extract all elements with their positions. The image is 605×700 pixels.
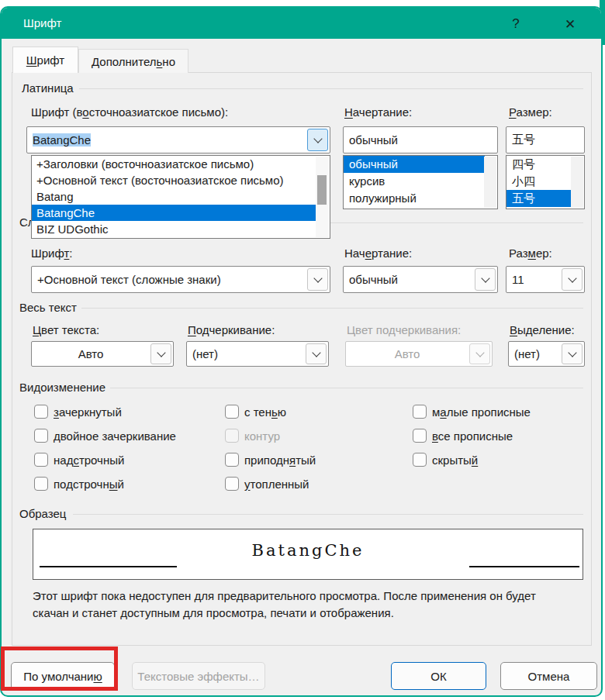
font-preview-box: BatangChe bbox=[33, 529, 583, 580]
size-listbox: 四号 小四 五号 bbox=[506, 155, 585, 209]
annotation-highlight-box bbox=[1, 647, 118, 691]
chevron-down-icon bbox=[313, 134, 322, 143]
checkbox-hidden-label[interactable]: скрытый bbox=[432, 453, 478, 467]
checkbox-all-caps[interactable] bbox=[413, 429, 427, 443]
font-color-combobox[interactable]: Авто bbox=[31, 341, 174, 367]
highlight-value: (нет) bbox=[514, 342, 540, 366]
effects-group-title: Видоизменение bbox=[19, 381, 105, 394]
underline-color-value: Авто bbox=[346, 342, 468, 366]
close-icon: ✕ bbox=[565, 16, 576, 33]
checkbox-shadow[interactable] bbox=[225, 405, 239, 419]
checkbox-small-caps-label[interactable]: малые прописные bbox=[432, 405, 531, 419]
size-value: 五号 bbox=[512, 127, 535, 153]
font-option[interactable]: +Основной текст (восточноазиатское письм… bbox=[32, 172, 316, 188]
preview-right-rule bbox=[469, 566, 579, 567]
cs-size-combobox[interactable]: 11 bbox=[506, 266, 585, 293]
chevron-down-icon bbox=[481, 274, 489, 282]
cancel-label: Отмена bbox=[528, 670, 570, 683]
cancel-button[interactable]: Отмена bbox=[500, 662, 597, 690]
checkbox-engrave-label[interactable]: утопленный bbox=[244, 478, 309, 491]
style-option[interactable]: обычный bbox=[344, 156, 485, 173]
checkbox-engrave[interactable] bbox=[225, 477, 239, 491]
font-color-value: Авто bbox=[32, 342, 150, 366]
checkbox-strikethrough[interactable] bbox=[34, 405, 48, 419]
font-option-selected[interactable]: BatangChe bbox=[32, 205, 316, 221]
style-label: Начертание: bbox=[344, 105, 412, 119]
ea-font-combobox[interactable]: BatangChe bbox=[26, 126, 330, 153]
underline-color-combobox-disabled: Авто bbox=[345, 341, 493, 367]
underline-style-label: Подчеркивание: bbox=[188, 323, 275, 336]
size-option[interactable]: 五号 bbox=[506, 190, 572, 207]
cs-style-combobox[interactable]: обычный bbox=[343, 266, 498, 293]
cs-font-combobox[interactable]: +Основной текст (сложные знаки) bbox=[31, 266, 330, 293]
latin-group-title: Латиница bbox=[22, 81, 74, 95]
underline-color-dropdown-button bbox=[469, 343, 490, 364]
latin-group-line bbox=[79, 88, 583, 89]
checkbox-double-strikethrough-label[interactable]: двойное зачеркивание bbox=[54, 429, 176, 443]
checkbox-all-caps-label[interactable]: все прописные bbox=[432, 429, 513, 443]
checkbox-subscript[interactable] bbox=[34, 477, 48, 491]
cs-size-value: 11 bbox=[512, 267, 524, 292]
font-option[interactable]: +Заголовки (восточноазиатское письмо) bbox=[32, 156, 316, 172]
checkbox-outline-label: контур bbox=[244, 429, 280, 443]
font-list-scrollbar[interactable] bbox=[316, 157, 329, 237]
cs-size-dropdown-button[interactable] bbox=[562, 268, 583, 291]
chevron-down-icon bbox=[568, 274, 576, 282]
ea-font-dropdown-button[interactable] bbox=[307, 129, 328, 151]
font-dialog: Шрифт ? ✕ Шрифт Дополнительно Латиница Ш… bbox=[0, 6, 603, 697]
style-option[interactable]: полужирный bbox=[344, 190, 485, 207]
alltext-group-title: Весь текст bbox=[19, 301, 77, 314]
cs-size-label: Размер: bbox=[509, 247, 552, 260]
checkbox-strikethrough-label[interactable]: зачеркнутый bbox=[54, 405, 122, 419]
underline-style-combobox[interactable]: (нет) bbox=[186, 341, 329, 367]
checkbox-superscript[interactable] bbox=[34, 453, 48, 467]
chevron-down-icon bbox=[313, 274, 322, 282]
font-list-scrollbar-thumb[interactable] bbox=[317, 175, 327, 205]
cs-style-label: Начертание: bbox=[344, 247, 412, 260]
size-list-scrollbar[interactable] bbox=[571, 157, 583, 208]
font-option[interactable]: BIZ UDGothic bbox=[32, 221, 316, 237]
font-color-dropdown-button[interactable] bbox=[150, 343, 171, 364]
effects-group-line bbox=[110, 388, 583, 388]
checkbox-superscript-label[interactable]: надстрочный bbox=[54, 453, 124, 467]
highlight-label: Выделение: bbox=[510, 323, 575, 336]
cs-font-dropdown-button[interactable] bbox=[307, 268, 328, 291]
checkbox-outline-disabled bbox=[225, 429, 239, 443]
underline-style-dropdown-button[interactable] bbox=[306, 343, 327, 364]
checkbox-emboss-label[interactable]: приподнятый bbox=[244, 453, 316, 467]
checkbox-subscript-label[interactable]: подстрочный bbox=[54, 478, 124, 491]
size-option[interactable]: 四号 bbox=[506, 156, 572, 173]
alltext-group-line bbox=[81, 308, 583, 309]
help-button[interactable]: ? bbox=[504, 14, 527, 34]
style-listbox: обычный курсив полужирный bbox=[343, 155, 498, 209]
checkbox-double-strikethrough[interactable] bbox=[34, 429, 48, 443]
close-button[interactable]: ✕ bbox=[558, 14, 582, 34]
font-color-label: Цвет текста: bbox=[33, 323, 99, 336]
cs-style-dropdown-button[interactable] bbox=[475, 268, 496, 291]
text-effects-label: Текстовые эффекты… bbox=[137, 670, 259, 683]
size-label: Размер: bbox=[509, 105, 552, 119]
size-input[interactable]: 五号 bbox=[506, 126, 585, 153]
checkbox-hidden[interactable] bbox=[413, 453, 427, 467]
style-list-scrollbar[interactable] bbox=[484, 157, 496, 208]
ok-button[interactable]: ОК bbox=[391, 662, 486, 690]
style-input[interactable]: обычный bbox=[343, 126, 498, 153]
ok-label: ОК bbox=[430, 670, 446, 683]
chevron-down-icon bbox=[475, 348, 484, 357]
font-preview-text: BatangChe bbox=[33, 541, 583, 560]
font-option[interactable]: Batang bbox=[32, 188, 316, 205]
style-option[interactable]: курсив bbox=[344, 173, 485, 190]
tab-advanced[interactable]: Дополнительно bbox=[78, 49, 188, 73]
checkbox-shadow-label[interactable]: с тенью bbox=[244, 405, 286, 419]
ea-font-label: Шрифт (восточноазиатское письмо): bbox=[31, 105, 228, 119]
tab-font[interactable]: Шрифт bbox=[12, 47, 78, 73]
highlight-combobox[interactable]: (нет) bbox=[508, 341, 585, 367]
underline-color-label: Цвет подчеркивания: bbox=[347, 323, 461, 336]
tab-font-label: Шрифт bbox=[26, 53, 64, 67]
highlight-dropdown-button[interactable] bbox=[562, 343, 583, 364]
style-value: обычный bbox=[349, 127, 398, 153]
checkbox-emboss[interactable] bbox=[225, 453, 239, 467]
size-option[interactable]: 小四 bbox=[506, 173, 572, 190]
checkbox-small-caps[interactable] bbox=[413, 405, 427, 419]
ea-font-value: BatangChe bbox=[33, 133, 91, 147]
